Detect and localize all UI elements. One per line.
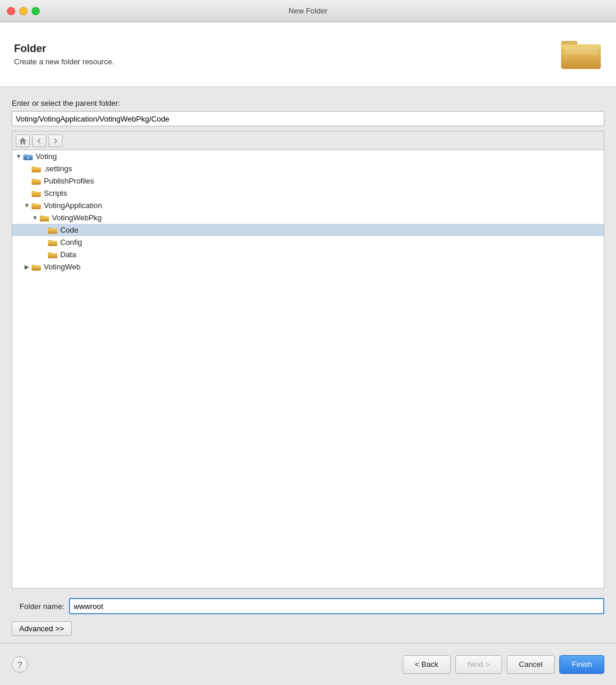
folder-name-input[interactable] (69, 598, 604, 614)
header-text: Folder Create a new folder resource. (14, 43, 114, 66)
tree-label-data: Data (60, 250, 76, 259)
title-bar: New Folder (0, 0, 616, 22)
tree-label-scripts: Scripts (44, 189, 67, 198)
page-subtitle: Create a new folder resource. (14, 57, 114, 66)
tree-label-voting: Voting (36, 152, 57, 161)
tree-toolbar (12, 131, 604, 150)
svg-rect-11 (32, 167, 41, 172)
tree-label-code: Code (60, 226, 78, 234)
tree-item-settings[interactable]: .settings (12, 162, 604, 175)
tree-label-config: Config (60, 238, 82, 247)
folder-icon-votingapplication (31, 201, 41, 210)
svg-rect-14 (32, 179, 41, 185)
svg-rect-17 (32, 192, 41, 197)
folder-name-label: Folder name: (12, 602, 64, 611)
back-nav-button[interactable] (32, 134, 46, 147)
folder-icon-data (47, 250, 58, 259)
svg-text:J: J (27, 156, 29, 160)
back-button[interactable]: < Back (403, 655, 451, 674)
toggle-votingweb[interactable] (23, 263, 31, 271)
forward-nav-button[interactable] (49, 134, 63, 147)
page-title: Folder (14, 43, 114, 55)
tree-label-votingwebpkg: VotingWebPkg (52, 213, 102, 222)
folder-icon-votingwebpkg (39, 213, 50, 222)
folder-icon-settings (31, 164, 41, 173)
svg-rect-35 (32, 265, 41, 271)
toggle-votingwebpkg[interactable] (31, 214, 39, 222)
tree-item-data[interactable]: Data (12, 248, 604, 261)
folder-icon-large (560, 34, 602, 75)
parent-folder-label: Enter or select the parent folder: (12, 99, 604, 108)
folder-icon-publishprofiles (31, 177, 41, 185)
svg-rect-29 (48, 241, 57, 246)
cancel-button[interactable]: Cancel (507, 655, 555, 674)
tree-label-settings: .settings (44, 164, 72, 173)
tree-item-votingwebpkg[interactable]: VotingWebPkg (12, 212, 604, 224)
tree-label-publishprofiles: PublishProfiles (44, 177, 94, 185)
finish-button[interactable]: Finish (559, 655, 604, 674)
toggle-votingapplication[interactable] (23, 202, 31, 210)
tree-item-votingweb[interactable]: VotingWeb (12, 261, 604, 273)
tree-item-config[interactable]: Config (12, 236, 604, 248)
window-title: New Folder (289, 6, 327, 15)
maximize-button[interactable] (32, 7, 40, 15)
tree-item-voting[interactable]: J Voting (12, 150, 604, 162)
toggle-voting[interactable] (15, 153, 23, 161)
help-button[interactable]: ? (12, 656, 28, 673)
minimize-button[interactable] (19, 7, 27, 15)
home-button[interactable] (16, 134, 30, 147)
tree-label-votingweb: VotingWeb (44, 262, 81, 271)
folder-tree[interactable]: J Voting .settings PublishProfiles (12, 150, 604, 589)
next-button[interactable]: Next > (455, 655, 502, 674)
advanced-button[interactable]: Advanced >> (12, 621, 72, 636)
main-content: Enter or select the parent folder: J (0, 87, 616, 589)
svg-rect-20 (32, 204, 41, 209)
tree-item-code[interactable]: Code (12, 224, 604, 236)
footer-buttons: < Back Next > Cancel Finish (403, 655, 604, 674)
traffic-lights (7, 7, 40, 15)
tree-label-votingapplication: VotingApplication (44, 201, 102, 210)
folder-icon-config (47, 238, 58, 247)
close-button[interactable] (7, 7, 15, 15)
svg-rect-26 (48, 229, 57, 234)
svg-rect-3 (565, 47, 597, 55)
folder-icon-voting: J (23, 152, 33, 161)
folder-name-row: Folder name: (12, 598, 604, 614)
folder-icon-votingweb (31, 262, 41, 271)
tree-item-publishprofiles[interactable]: PublishProfiles (12, 175, 604, 187)
folder-icon-code (47, 226, 58, 234)
svg-rect-32 (48, 253, 57, 258)
tree-item-votingapplication[interactable]: VotingApplication (12, 199, 604, 212)
folder-icon-scripts (31, 189, 41, 198)
tree-item-scripts[interactable]: Scripts (12, 187, 604, 199)
footer-left: ? (12, 656, 28, 673)
svg-marker-4 (19, 137, 26, 144)
svg-rect-23 (40, 216, 49, 222)
form-area: Folder name: Advanced >> (0, 589, 616, 643)
header-section: Folder Create a new folder resource. (0, 22, 616, 87)
footer: ? < Back Next > Cancel Finish (0, 643, 616, 685)
parent-path-input[interactable] (12, 111, 604, 126)
